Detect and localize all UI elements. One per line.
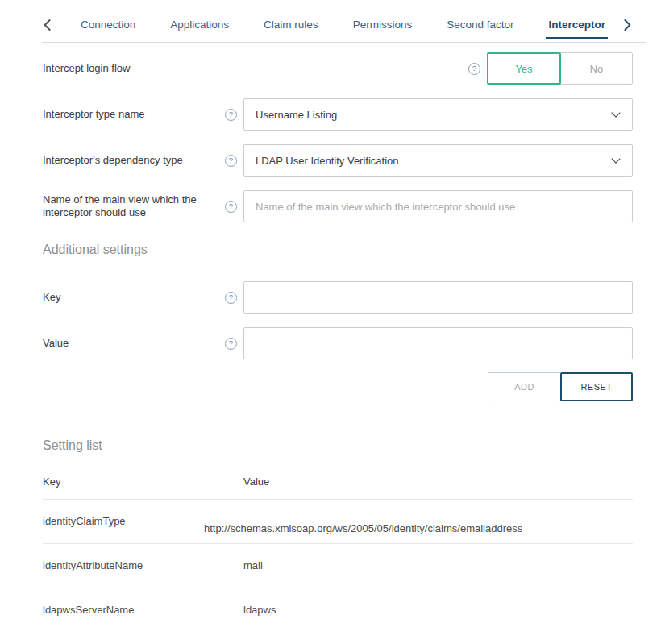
tab-second-factor[interactable]: Second factor bbox=[444, 11, 516, 39]
table-header-row: Key Value bbox=[43, 471, 633, 500]
row-interceptor-type-name: Interceptor type name ? Username Listing bbox=[43, 98, 633, 131]
help-icon[interactable]: ? bbox=[225, 292, 237, 304]
row-intercept-login-flow: Intercept login flow ? Yes No bbox=[43, 52, 633, 85]
setting-key: identityClaimType bbox=[43, 500, 243, 544]
additional-settings-actions: ADD RESET bbox=[43, 372, 633, 401]
main-view-name-label: Name of the main view which the intercep… bbox=[43, 193, 225, 219]
row-setting-value: Value ? bbox=[43, 327, 633, 359]
setting-list-table: Key Value identityClaimType http://schem… bbox=[43, 471, 633, 632]
yes-button[interactable]: Yes bbox=[487, 52, 561, 85]
interceptor-type-name-label: Interceptor type name bbox=[43, 108, 225, 121]
add-button[interactable]: ADD bbox=[488, 372, 561, 401]
setting-list-title: Setting list bbox=[43, 438, 633, 453]
dependency-type-label: Interceptor's dependency type bbox=[43, 154, 225, 167]
main-view-name-input[interactable] bbox=[243, 190, 633, 222]
help-icon[interactable]: ? bbox=[225, 338, 237, 350]
setting-value-label: Value bbox=[43, 337, 225, 350]
intercept-login-flow-toggle: Yes No bbox=[487, 52, 633, 85]
help-icon[interactable]: ? bbox=[225, 109, 237, 121]
row-setting-key: Key ? bbox=[43, 281, 633, 314]
setting-value: http://schemas.xmlsoap.org/ws/2005/05/id… bbox=[243, 500, 633, 544]
tab-interceptor[interactable]: Interceptor bbox=[546, 11, 608, 39]
no-button[interactable]: No bbox=[560, 52, 633, 85]
row-main-view-name: Name of the main view which the intercep… bbox=[43, 190, 633, 222]
help-icon[interactable]: ? bbox=[225, 201, 237, 213]
setting-value: ldapws bbox=[243, 588, 633, 633]
column-header-key: Key bbox=[43, 471, 243, 500]
reset-button[interactable]: RESET bbox=[560, 372, 633, 401]
setting-value: mail bbox=[243, 544, 633, 588]
setting-value-input[interactable] bbox=[243, 327, 633, 359]
chevron-right-icon[interactable] bbox=[620, 18, 634, 32]
intercept-login-flow-label: Intercept login flow bbox=[43, 62, 468, 75]
additional-settings-title: Additional settings bbox=[43, 243, 633, 257]
table-row: ldapwsServerName ldapws bbox=[43, 588, 633, 633]
setting-key: ldapwsServerName bbox=[43, 588, 243, 633]
help-icon[interactable]: ? bbox=[225, 155, 237, 167]
chevron-left-icon[interactable] bbox=[40, 18, 55, 32]
column-header-value: Value bbox=[243, 471, 633, 500]
table-row: identityClaimType http://schemas.xmlsoap… bbox=[43, 500, 633, 544]
tab-bar: Connection Applications Claim rules Perm… bbox=[0, 0, 661, 43]
setting-key-input[interactable] bbox=[243, 281, 633, 314]
tab-applications[interactable]: Applications bbox=[168, 11, 231, 39]
tab-claim-rules[interactable]: Claim rules bbox=[261, 11, 321, 39]
interceptor-form: Intercept login flow ? Yes No Intercepto… bbox=[0, 43, 661, 632]
setting-key-label: Key bbox=[43, 291, 225, 304]
dependency-type-select[interactable]: LDAP User Identity Verification bbox=[243, 144, 633, 177]
row-dependency-type: Interceptor's dependency type ? LDAP Use… bbox=[43, 144, 633, 177]
interceptor-type-select[interactable]: Username Listing bbox=[243, 98, 633, 131]
help-icon[interactable]: ? bbox=[468, 63, 480, 75]
table-row: identityAttributeName mail bbox=[43, 544, 633, 588]
setting-key: identityAttributeName bbox=[43, 544, 243, 588]
tab-connection[interactable]: Connection bbox=[78, 11, 138, 39]
tab-permissions[interactable]: Permissions bbox=[351, 11, 415, 39]
